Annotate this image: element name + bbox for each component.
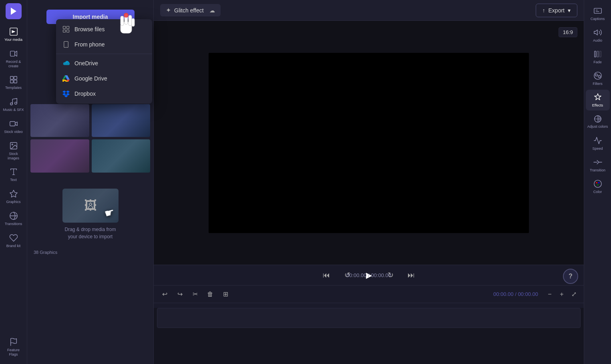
svg-rect-3 (14, 76, 16, 79)
preview-area: 16:9 (154, 21, 584, 265)
time-separator: / (368, 272, 370, 278)
center-content: ✦ Glitch effect ☁ ↑ Export ▾ 16:9 ⏮ ↺ ▶ … (154, 0, 584, 364)
right-sidebar-item-transition[interactable]: Transition (586, 155, 610, 175)
redo-button[interactable]: ↪ (174, 288, 186, 300)
svg-rect-15 (63, 30, 66, 32)
sidebar-item-brand-kit[interactable]: Brand kit (2, 230, 26, 251)
sidebar-item-feature-flags[interactable]: Feature Flags (2, 334, 26, 360)
from-phone-icon (62, 41, 70, 48)
svg-point-37 (598, 75, 600, 78)
hand-cursor-icon: ☛ (103, 205, 116, 220)
speed-label: Speed (592, 147, 603, 151)
timeline-track-main[interactable] (157, 308, 581, 328)
right-sidebar-item-fade[interactable]: Fade (586, 46, 610, 67)
playback-controls: ⏮ ↺ ▶ ↻ ⏭ 00:00.00 / 00:00.00 ⛶ (154, 265, 584, 286)
svg-point-36 (595, 74, 597, 76)
zoom-out-button[interactable]: − (545, 289, 555, 300)
glitch-icon: ✦ (166, 6, 171, 14)
from-phone-item[interactable]: From phone (56, 37, 152, 52)
total-time: 00:00.00 (371, 272, 391, 278)
dropbox-icon (62, 90, 70, 97)
top-bar: ✦ Glitch effect ☁ ↑ Export ▾ (154, 0, 584, 21)
timeline-time-display: 00:00.00 / 00:00.00 (493, 291, 538, 297)
fit-zoom-button[interactable]: ⤢ (569, 289, 579, 300)
sidebar-item-templates[interactable]: Templates (2, 72, 26, 93)
media-thumbnail-4[interactable] (92, 139, 151, 172)
fast-forward-button[interactable]: ⏭ (405, 269, 418, 282)
effects-label: Effects (592, 103, 603, 107)
sidebar-item-graphics[interactable]: Graphics (2, 186, 26, 207)
sidebar-item-stock-video[interactable]: Stock video (2, 116, 26, 137)
media-thumbnail-1[interactable] (30, 104, 89, 137)
drop-text: Drag & drop media from your device to im… (64, 226, 116, 240)
time-display: 00:00.00 / 00:00.00 (346, 272, 391, 278)
left-sidebar: Your media Record & create Templates Mus… (0, 0, 27, 364)
svg-point-7 (14, 102, 17, 104)
media-grid (30, 104, 150, 173)
fade-label: Fade (593, 60, 602, 64)
cut-button[interactable]: ✂ (189, 288, 201, 300)
svg-point-40 (596, 182, 597, 183)
aspect-ratio-badge[interactable]: 16:9 (559, 27, 577, 37)
onedrive-label: OneDrive (74, 60, 98, 66)
svg-rect-30 (594, 8, 601, 14)
right-sidebar: Captions Audio Fade Filters Effect (584, 0, 611, 364)
right-sidebar-item-filters[interactable]: Filters (586, 68, 610, 89)
export-chevron-icon: ▾ (568, 7, 571, 14)
right-sidebar-item-audio[interactable]: Audio (586, 25, 610, 46)
svg-rect-16 (67, 30, 69, 32)
captions-label: Captions (591, 17, 605, 21)
zoom-in-button[interactable]: + (557, 289, 567, 300)
adjust-colors-label: Adjust colors (587, 125, 608, 129)
google-drive-icon (62, 75, 70, 82)
current-time: 00:00.00 (346, 272, 367, 278)
timeline-total-time: 00:00.00 (518, 291, 538, 297)
audio-label: Audio (593, 38, 602, 42)
drop-thumbnail: 🖼 ☛ (62, 189, 119, 223)
glitch-effect-label: Glitch effect (174, 7, 204, 14)
browse-files-item[interactable]: Browse files (56, 22, 152, 37)
timeline-section: ↩ ↪ ✂ 🗑 ⊞ 00:00.00 / 00:00.00 − + ⤢ (154, 286, 584, 364)
sidebar-item-transitions[interactable]: Transitions (2, 208, 26, 229)
media-thumbnail-2[interactable] (92, 104, 151, 137)
export-icon: ↑ (543, 7, 545, 14)
svg-rect-34 (599, 51, 601, 57)
export-button[interactable]: ↑ Export ▾ (536, 4, 577, 17)
svg-rect-17 (64, 42, 68, 48)
right-sidebar-item-adjust-colors[interactable]: Adjust colors (586, 111, 610, 132)
svg-point-6 (10, 103, 12, 105)
dropbox-item[interactable]: Dropbox (56, 86, 152, 101)
from-phone-label: From phone (74, 41, 105, 48)
media-thumbnail-3[interactable] (30, 139, 89, 172)
sidebar-item-record-create[interactable]: Record & create (2, 46, 26, 72)
sidebar-item-your-media[interactable]: Your media (2, 24, 26, 45)
video-preview (209, 53, 529, 233)
onedrive-item[interactable]: OneDrive (56, 56, 152, 71)
google-drive-label: Google Drive (74, 75, 107, 82)
color-label: Color (593, 190, 602, 194)
dropdown-separator-1 (56, 54, 152, 54)
sidebar-item-stock-images[interactable]: Stock images (2, 138, 26, 164)
right-sidebar-item-effects[interactable]: Effects (586, 90, 610, 111)
sidebar-item-music-sfx[interactable]: Music & SFX (2, 94, 26, 115)
cloud-save-icon: ☁ (209, 7, 215, 14)
svg-point-10 (12, 144, 13, 145)
google-drive-item[interactable]: Google Drive (56, 71, 152, 86)
help-button[interactable]: ? (563, 269, 578, 284)
add-clip-button[interactable]: ⊞ (219, 288, 231, 300)
sidebar-item-text[interactable]: Text (2, 164, 26, 185)
media-panel: Import media Browse files (27, 0, 154, 364)
right-sidebar-item-color[interactable]: Color (586, 176, 610, 197)
right-sidebar-item-speed[interactable]: Speed (586, 133, 610, 154)
export-label: Export (549, 7, 565, 14)
delete-button[interactable]: 🗑 (204, 288, 216, 300)
svg-rect-5 (14, 80, 16, 83)
undo-button[interactable]: ↩ (159, 288, 171, 300)
right-sidebar-item-captions[interactable]: Captions (586, 3, 610, 24)
svg-rect-13 (63, 26, 66, 29)
glitch-effect-tag[interactable]: ✦ Glitch effect ☁ (160, 4, 221, 16)
rewind-button[interactable]: ⏮ (320, 269, 333, 282)
drop-area: 🖼 ☛ Drag & drop media from your device t… (30, 181, 150, 248)
timeline-body (154, 308, 584, 364)
svg-rect-14 (67, 26, 69, 29)
